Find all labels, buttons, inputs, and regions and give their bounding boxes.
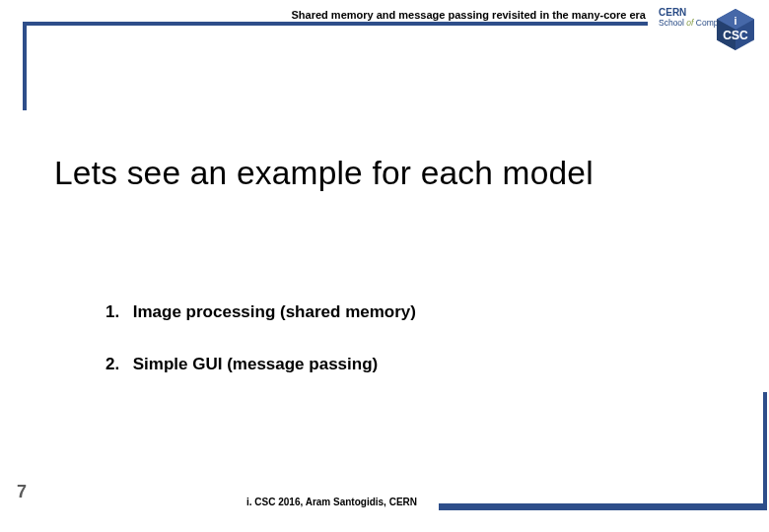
list-number: 1. — [105, 302, 128, 322]
badge-top-letter: i — [734, 15, 736, 27]
list-text: Simple GUI (message passing) — [133, 355, 378, 373]
footer-rule-vertical — [763, 392, 767, 510]
slide: Shared memory and message passing revisi… — [0, 0, 769, 532]
list-text: Image processing (shared memory) — [133, 302, 416, 321]
footer-text: i. CSC 2016, Aram Santogidis, CERN — [246, 497, 417, 507]
logo-school-pre: School — [659, 18, 686, 28]
top-rule-horizontal — [23, 22, 648, 26]
list-item: 2. Simple GUI (message passing) — [105, 355, 416, 374]
page-title: Lets see an example for each model — [54, 155, 594, 192]
badge-bottom-letters: CSC — [723, 29, 748, 42]
page-number: 7 — [17, 482, 27, 502]
list-item: 1. Image processing (shared memory) — [105, 302, 416, 322]
footer-rule-horizontal — [439, 503, 767, 510]
top-rule-vertical — [23, 22, 27, 110]
ordered-list: 1. Image processing (shared memory) 2. S… — [105, 302, 416, 407]
hexagon-icon: i CSC — [714, 8, 757, 51]
list-number: 2. — [105, 355, 128, 374]
logo: CERN School of Computing i CSC — [653, 2, 761, 57]
header-subtitle: Shared memory and message passing revisi… — [291, 9, 646, 21]
